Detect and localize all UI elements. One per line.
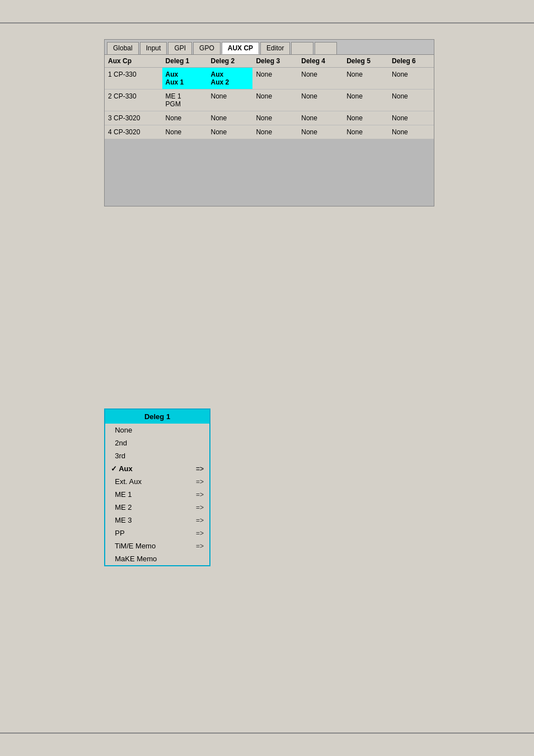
dropdown-item-label: None — [111, 426, 132, 434]
submenu-arrow-icon: => — [196, 542, 204, 550]
col-deleg1: Deleg 1 — [162, 55, 208, 68]
dropdown-item-pp[interactable]: PP=> — [105, 527, 209, 539]
cell-deleg4[interactable]: None — [298, 68, 343, 90]
cell-auxcp: 3 CP-3020 — [105, 111, 162, 125]
col-deleg3: Deleg 3 — [252, 55, 298, 68]
table-row[interactable]: 2 CP-330ME 1 PGMNoneNoneNoneNoneNone — [105, 90, 434, 111]
submenu-arrow-icon: => — [196, 529, 204, 537]
dropdown-item-label: 2nd — [111, 439, 127, 447]
cell-deleg4[interactable]: None — [298, 111, 343, 125]
dropdown-item-2nd[interactable]: 2nd — [105, 436, 209, 449]
submenu-arrow-icon: => — [196, 504, 204, 511]
cell-deleg1[interactable]: None — [162, 111, 208, 125]
dropdown-item-label: ME 2 — [111, 503, 132, 511]
submenu-arrow-icon: => — [196, 516, 204, 524]
dropdown-item-me-1[interactable]: ME 1=> — [105, 488, 209, 501]
cell-deleg2[interactable]: None — [208, 90, 253, 111]
cell-deleg5[interactable]: None — [343, 90, 388, 111]
col-auxcp: Aux Cp — [105, 55, 162, 68]
dropdown-item-label: ME 3 — [111, 516, 132, 524]
dropdown-item-label: ✓ Aux — [111, 464, 133, 473]
dropdown-item-none[interactable]: None — [105, 424, 209, 436]
tab-gpi[interactable]: GPI — [168, 42, 192, 54]
cell-deleg2[interactable]: Aux Aux 2 — [208, 68, 253, 90]
dropdown-item-label: ME 1 — [111, 490, 132, 499]
tab-editor[interactable]: Editor — [260, 42, 290, 54]
dropdown-item-me-2[interactable]: ME 2=> — [105, 501, 209, 514]
tab-auxcp[interactable]: AUX CP — [222, 42, 259, 54]
gray-area — [105, 139, 434, 206]
cell-deleg1[interactable]: None — [162, 125, 208, 139]
aux-cp-table: Aux Cp Deleg 1 Deleg 2 Deleg 3 Deleg 4 D… — [105, 55, 434, 139]
top-rule — [0, 22, 534, 24]
bottom-rule — [0, 732, 534, 734]
cell-deleg4[interactable]: None — [298, 125, 343, 139]
dropdown-item-label: PP — [111, 529, 125, 537]
cell-deleg2[interactable]: None — [208, 125, 253, 139]
cell-deleg3[interactable]: None — [252, 68, 298, 90]
dropdown-item-label: Ext. Aux — [111, 477, 142, 486]
cell-deleg5[interactable]: None — [343, 111, 388, 125]
cell-deleg6[interactable]: None — [388, 111, 434, 125]
dropdown-items-container: None 2nd 3rd✓ Aux=> Ext. Aux=> ME 1=> ME… — [105, 424, 209, 565]
main-panel: Global Input GPI GPO AUX CP Editor Aux C… — [104, 39, 434, 206]
dropdown-item-make-memo[interactable]: MaKE Memo — [105, 552, 209, 565]
tab-empty1 — [291, 42, 313, 54]
submenu-arrow-icon: => — [196, 465, 204, 473]
cell-deleg6[interactable]: None — [388, 68, 434, 90]
cell-deleg5[interactable]: None — [343, 125, 388, 139]
dropdown-item-label: 3rd — [111, 452, 125, 460]
cell-deleg4[interactable]: None — [298, 90, 343, 111]
cell-deleg6[interactable]: None — [388, 90, 434, 111]
dropdown-header: Deleg 1 — [105, 410, 209, 424]
dropdown-panel: Deleg 1 None 2nd 3rd✓ Aux=> Ext. Aux=> M… — [104, 408, 210, 566]
cell-deleg3[interactable]: None — [252, 111, 298, 125]
dropdown-item-label: MaKE Memo — [111, 555, 157, 563]
col-deleg6: Deleg 6 — [388, 55, 434, 68]
submenu-arrow-icon: => — [196, 491, 204, 499]
submenu-arrow-icon: => — [196, 478, 204, 486]
tab-input[interactable]: Input — [140, 42, 167, 54]
dropdown-item-3rd[interactable]: 3rd — [105, 449, 209, 462]
cell-deleg3[interactable]: None — [252, 125, 298, 139]
col-deleg5: Deleg 5 — [343, 55, 388, 68]
table-row[interactable]: 1 CP-330Aux Aux 1Aux Aux 2NoneNoneNoneNo… — [105, 68, 434, 90]
dropdown-item-ext.-aux[interactable]: Ext. Aux=> — [105, 475, 209, 488]
dropdown-item-aux[interactable]: ✓ Aux=> — [105, 462, 209, 475]
tab-global[interactable]: Global — [107, 42, 139, 54]
cell-auxcp: 1 CP-330 — [105, 68, 162, 90]
cell-deleg5[interactable]: None — [343, 68, 388, 90]
cell-deleg1[interactable]: ME 1 PGM — [162, 90, 208, 111]
cell-auxcp: 4 CP-3020 — [105, 125, 162, 139]
tab-gpo[interactable]: GPO — [193, 42, 221, 54]
cell-deleg3[interactable]: None — [252, 90, 298, 111]
cell-deleg6[interactable]: None — [388, 125, 434, 139]
dropdown-item-tim-e-memo[interactable]: TiM/E Memo=> — [105, 539, 209, 552]
col-deleg2: Deleg 2 — [208, 55, 253, 68]
cell-deleg1[interactable]: Aux Aux 1 — [162, 68, 208, 90]
dropdown-item-label: TiM/E Memo — [111, 542, 156, 550]
dropdown-item-me-3[interactable]: ME 3=> — [105, 514, 209, 527]
tab-empty2 — [315, 42, 337, 54]
table-row[interactable]: 3 CP-3020NoneNoneNoneNoneNoneNone — [105, 111, 434, 125]
table-row[interactable]: 4 CP-3020NoneNoneNoneNoneNoneNone — [105, 125, 434, 139]
tab-bar: Global Input GPI GPO AUX CP Editor — [105, 40, 434, 55]
cell-deleg2[interactable]: None — [208, 111, 253, 125]
cell-auxcp: 2 CP-330 — [105, 90, 162, 111]
col-deleg4: Deleg 4 — [298, 55, 343, 68]
